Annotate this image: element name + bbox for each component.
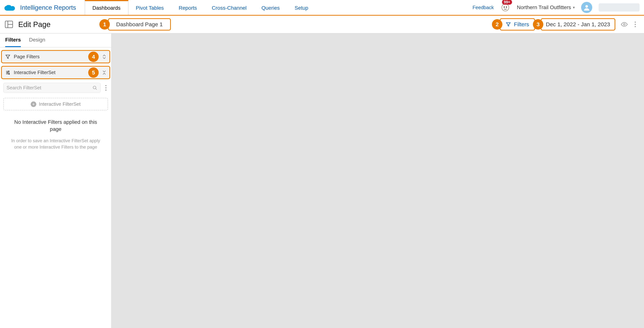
sidebar-tabs: Filters Design (0, 34, 111, 48)
feedback-link[interactable]: Feedback (472, 5, 494, 10)
astro-icon (502, 4, 509, 11)
filters-button-label: Filters (514, 21, 529, 28)
user-avatar[interactable] (581, 2, 592, 13)
date-range-text: Dec 1, 2022 - Jan 1, 2023 (546, 21, 610, 28)
page-more-menu[interactable] (633, 20, 637, 29)
filterset-search-row (0, 79, 111, 94)
brand: Intelligence Reports (0, 0, 85, 15)
notifications-button[interactable]: 99+ (500, 2, 510, 13)
svg-point-1 (504, 6, 505, 8)
page-layout-icon (4, 20, 14, 29)
topnav-right: Feedback 99+ Northern Trail Outfitters ▾ (472, 0, 644, 15)
svg-point-9 (7, 72, 8, 73)
sidebar-tab-design[interactable]: Design (29, 37, 45, 47)
interactive-filterset-label: Interactive FilterSet (14, 70, 56, 76)
svg-point-3 (585, 5, 588, 8)
app-title: Intelligence Reports (20, 4, 76, 11)
org-switcher[interactable]: Northern Trail Outfitters ▾ (517, 4, 575, 10)
collapse-icon (102, 70, 106, 75)
caret-down-icon: ▾ (573, 5, 575, 10)
dashboard-page-name-text: Dashboard Page 1 (116, 21, 163, 28)
filterset-more-menu[interactable] (104, 84, 108, 92)
edit-page-bar: Edit Page 1 Dashboard Page 1 2 Filters 3… (0, 16, 644, 34)
sidebar-tab-filters[interactable]: Filters (5, 37, 21, 47)
callout-4: 4 (88, 52, 99, 62)
dashboard-page-name[interactable]: Dashboard Page 1 (108, 18, 171, 30)
add-interactive-filterset-button[interactable]: + Interactive FilterSet (3, 98, 108, 110)
tab-pivot-tables[interactable]: Pivot Tables (128, 0, 171, 15)
notification-count-badge: 99+ (502, 0, 512, 5)
svg-point-11 (93, 86, 96, 89)
left-sidebar: Filters Design Page Filters 4 (0, 34, 112, 328)
page-body: Filters Design Page Filters 4 (0, 34, 644, 328)
preview-eye-icon[interactable] (621, 21, 628, 28)
search-icon (92, 86, 97, 90)
svg-line-12 (96, 88, 97, 90)
dashboard-canvas[interactable] (112, 34, 644, 328)
expand-collapse-icon (102, 54, 106, 59)
svg-point-7 (624, 24, 625, 25)
svg-point-0 (502, 4, 509, 11)
page-filters-label: Page Filters (14, 54, 40, 60)
tab-setup[interactable]: Setup (287, 0, 316, 15)
filterset-search-input[interactable] (6, 85, 92, 91)
tab-dashboards[interactable]: Dashboards (85, 0, 128, 15)
global-search-stub[interactable] (598, 3, 640, 12)
empty-state-title: No Interactive Filters applied on this p… (8, 118, 103, 133)
callout-5: 5 (88, 68, 99, 78)
salesforce-cloud-icon (4, 4, 16, 11)
top-nav: Intelligence Reports Dashboards Pivot Ta… (0, 0, 644, 16)
filterset-search[interactable] (3, 83, 100, 93)
edit-page-title: Edit Page (18, 20, 50, 29)
tab-cross-channel[interactable]: Cross-Channel (204, 0, 254, 15)
filterset-empty-state: No Interactive Filters applied on this p… (0, 110, 111, 154)
filter-icon (5, 54, 10, 60)
callout-3: 3 (533, 19, 543, 30)
date-range-picker[interactable]: Dec 1, 2022 - Jan 1, 2023 (541, 18, 615, 30)
filters-button[interactable]: Filters (500, 18, 535, 30)
svg-point-10 (9, 73, 10, 74)
nav-tabs: Dashboards Pivot Tables Reports Cross-Ch… (85, 0, 316, 15)
svg-point-2 (506, 6, 507, 8)
plus-icon: + (31, 102, 36, 107)
empty-state-subtitle: In order to save an Interactive FilterSe… (8, 138, 103, 150)
person-icon (584, 4, 590, 10)
tab-queries[interactable]: Queries (254, 0, 287, 15)
filter-icon (506, 22, 511, 27)
callout-1: 1 (100, 19, 110, 30)
callout-2: 2 (492, 19, 502, 30)
svg-point-8 (8, 71, 9, 72)
tab-reports[interactable]: Reports (171, 0, 204, 15)
sliders-icon (5, 70, 10, 75)
org-name: Northern Trail Outfitters (517, 4, 571, 10)
add-interactive-filterset-label: Interactive FilterSet (39, 101, 80, 107)
